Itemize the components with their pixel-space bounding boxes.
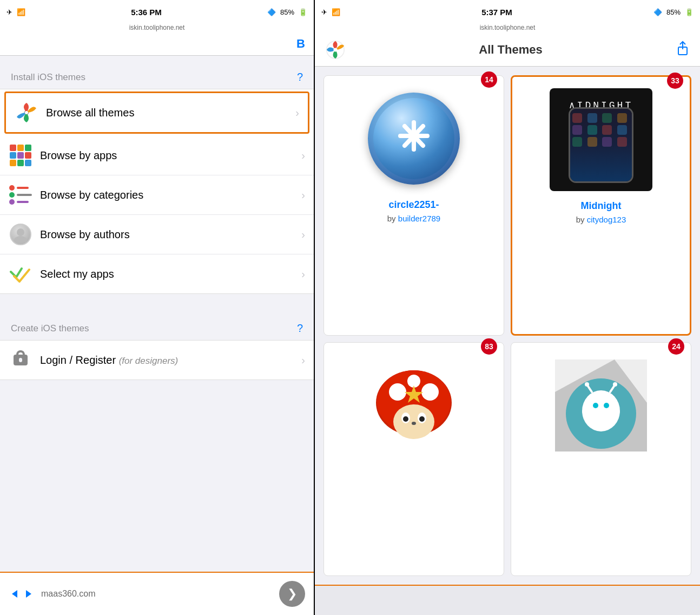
left-url-bar: iskin.tooliphone.net xyxy=(0,24,314,35)
left-time: 5:36 PM xyxy=(25,8,267,17)
right-battery-label: 85% xyxy=(666,8,681,16)
theme-badge-midnight: 33 xyxy=(667,73,683,89)
left-panel: ✈ 📶 5:36 PM 🔷 85% 🔋 iskin.tooliphone.net… xyxy=(0,0,315,615)
right-logo xyxy=(326,40,345,60)
right-airplane-icon: ✈ xyxy=(321,8,327,16)
select-apps-chevron: › xyxy=(301,268,305,280)
menu-item-select-apps[interactable]: Select my apps › xyxy=(0,254,314,293)
airplane-icon: ✈ xyxy=(6,8,12,16)
browse-all-label: Browse all themes xyxy=(46,107,295,119)
login-label: Login / Register (for designers) xyxy=(40,354,301,367)
browse-categories-chevron: › xyxy=(301,189,305,201)
left-status-icons: ✈ 📶 xyxy=(6,8,25,16)
right-panel: ✈ 📶 5:37 PM 🔷 85% 🔋 iskin.tooliphone.net… xyxy=(315,0,700,615)
browse-all-icon xyxy=(15,101,38,125)
svg-point-34 xyxy=(593,403,598,408)
install-help-icon[interactable]: ? xyxy=(297,71,303,83)
right-header: All Themes xyxy=(315,35,700,67)
svg-point-16 xyxy=(389,383,406,401)
share-button[interactable] xyxy=(676,41,689,59)
browse-apps-icon xyxy=(9,143,32,167)
menu-item-browse-authors[interactable]: Browse by authors › xyxy=(0,215,314,254)
theme-card-marshmallow[interactable]: 24 xyxy=(511,342,691,577)
create-section-title: Create iOS themes ? xyxy=(0,307,314,340)
theme-card-circle2251[interactable]: 14 circle2251- by builder2789 xyxy=(323,75,504,336)
svg-point-35 xyxy=(604,403,609,408)
login-chevron: › xyxy=(301,354,305,367)
theme-name-circle2251: circle2251- xyxy=(388,199,439,211)
svg-point-1 xyxy=(25,111,28,114)
browse-all-chevron: › xyxy=(295,107,299,119)
right-ad-bar xyxy=(315,585,700,615)
left-status-bar: ✈ 📶 5:36 PM 🔷 85% 🔋 xyxy=(0,0,314,24)
install-section-title: Install iOS themes ? xyxy=(0,56,314,89)
right-header-title: All Themes xyxy=(479,43,542,57)
svg-point-23 xyxy=(419,416,425,422)
install-title-text: Install iOS themes xyxy=(11,72,85,83)
create-title-text: Create iOS themes xyxy=(11,323,89,334)
right-url-bar: iskin.tooliphone.net xyxy=(315,24,700,35)
ad-bar: maas360.com ❯ xyxy=(0,572,314,615)
svg-point-17 xyxy=(421,383,439,401)
svg-point-2 xyxy=(17,228,24,236)
right-bluetooth-icon: 🔷 xyxy=(653,8,662,16)
ad-arrow-right[interactable] xyxy=(23,588,35,600)
midnight-phone xyxy=(569,107,633,183)
svg-point-31 xyxy=(585,382,589,387)
menu-item-browse-categories[interactable]: Browse by categories › xyxy=(0,175,314,215)
theme-image-marshmallow xyxy=(547,351,655,460)
right-battery-area: 🔷 85% 🔋 xyxy=(653,8,694,16)
theme-author-circle2251: by builder2789 xyxy=(387,214,440,223)
svg-point-24 xyxy=(412,422,416,425)
battery-icon: 🔋 xyxy=(299,8,307,16)
browse-categories-label: Browse by categories xyxy=(40,189,301,201)
ad-text: maas360.com xyxy=(41,589,273,599)
bluetooth-icon: 🔷 xyxy=(267,8,276,16)
wifi-icon: 📶 xyxy=(17,8,25,16)
menu-list: Browse all themes › Browse by apps xyxy=(0,89,314,294)
browse-authors-icon xyxy=(9,223,32,246)
login-icon xyxy=(9,348,32,372)
menu-item-browse-all[interactable]: Browse all themes › xyxy=(4,91,309,134)
right-wifi-icon: 📶 xyxy=(332,8,340,16)
menu-item-login[interactable]: Login / Register (for designers) › xyxy=(0,341,314,380)
theme-author-midnight: by citydog123 xyxy=(576,215,626,224)
menu-item-browse-apps[interactable]: Browse by apps › xyxy=(0,136,314,175)
select-apps-label: Select my apps xyxy=(40,268,301,280)
right-time: 5:37 PM xyxy=(481,8,512,17)
svg-point-7 xyxy=(333,48,337,51)
theme-image-midnight: ∧IDNIGHT xyxy=(547,86,655,194)
create-help-icon[interactable]: ? xyxy=(297,322,303,335)
svg-point-33 xyxy=(613,382,617,387)
create-menu-list: Login / Register (for designers) › xyxy=(0,340,314,380)
browse-categories-icon xyxy=(9,183,32,207)
themes-grid: 14 circle2251- by builder2789 xyxy=(315,67,700,585)
ad-arrow-left[interactable] xyxy=(9,588,21,600)
theme-card-mushroom[interactable]: 83 xyxy=(323,342,504,577)
ad-arrows xyxy=(9,588,35,600)
browse-apps-label: Browse by apps xyxy=(40,149,301,162)
browse-apps-chevron: › xyxy=(301,149,305,162)
battery-label: 85% xyxy=(280,8,294,16)
svg-point-29 xyxy=(582,390,620,431)
svg-point-3 xyxy=(14,236,27,243)
theme-badge-mushroom: 83 xyxy=(481,338,497,355)
browse-authors-label: Browse by authors xyxy=(40,228,301,241)
theme-image-mushroom xyxy=(360,351,468,460)
right-status-bar: ✈ 📶 5:37 PM 🔷 85% 🔋 xyxy=(315,0,700,24)
right-battery-icon: 🔋 xyxy=(685,8,694,16)
theme-badge-circle2251: 14 xyxy=(481,71,497,88)
svg-point-22 xyxy=(403,416,408,422)
left-nav-bar: B xyxy=(0,35,314,56)
theme-card-midnight[interactable]: 33 ∧IDNIGHT xyxy=(511,75,691,336)
select-apps-icon xyxy=(9,262,32,286)
left-battery-area: 🔷 85% 🔋 xyxy=(267,8,307,16)
theme-image-circle2251 xyxy=(360,84,468,193)
ad-next-button[interactable]: ❯ xyxy=(279,581,305,607)
svg-marker-4 xyxy=(12,590,17,598)
right-status-left: ✈ 📶 xyxy=(321,8,340,16)
svg-marker-5 xyxy=(26,590,31,598)
theme-name-midnight: Midnight xyxy=(581,200,622,212)
nav-letter: B xyxy=(296,37,305,51)
browse-authors-chevron: › xyxy=(301,228,305,241)
